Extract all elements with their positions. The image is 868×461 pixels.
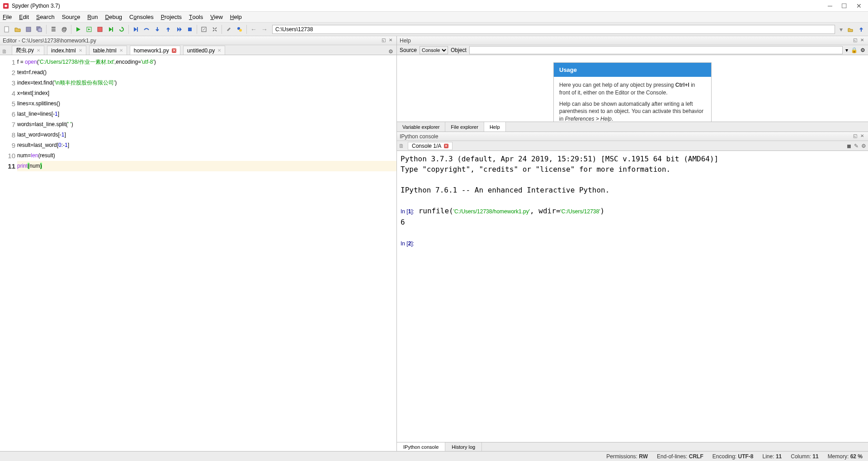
- code-line[interactable]: 3index=text.find('\n顺丰控股股份有限公司'): [0, 78, 396, 88]
- tab-history-log[interactable]: History log: [445, 442, 482, 451]
- close-icon[interactable]: ✕: [217, 48, 221, 53]
- code-line[interactable]: 8last_word=words[-1]: [0, 130, 396, 140]
- code-line[interactable]: 5lines=x.splitlines(): [0, 99, 396, 109]
- editor-tab[interactable]: untitled0.py✕: [183, 46, 225, 55]
- close-icon[interactable]: ✕: [444, 144, 448, 148]
- lock-icon[interactable]: 🔒: [851, 47, 858, 53]
- line-content: words=last_line.split(' '): [17, 119, 396, 130]
- menu-source[interactable]: Source: [62, 14, 80, 20]
- fullscreen-icon[interactable]: [210, 24, 220, 34]
- run-cell-advance-icon[interactable]: [95, 24, 105, 34]
- editor-tabbar: 🗎 爬虫.py✕index.html✕table.html✕homework1.…: [0, 45, 396, 55]
- editor-tab[interactable]: homework1.py✕: [130, 46, 180, 55]
- run-selection-icon[interactable]: [106, 24, 116, 34]
- new-file-icon[interactable]: [2, 24, 12, 34]
- dropdown-icon[interactable]: ▾: [845, 47, 848, 53]
- close-icon[interactable]: ✕: [37, 48, 40, 53]
- source-select[interactable]: Console: [420, 46, 448, 54]
- tab-help[interactable]: Help: [484, 122, 506, 132]
- menu-help[interactable]: Help: [230, 14, 242, 20]
- console-tab[interactable]: Console 1/A ✕: [408, 142, 453, 150]
- debug-icon[interactable]: [131, 24, 141, 34]
- rerun-icon[interactable]: [117, 24, 127, 34]
- menu-view[interactable]: View: [210, 14, 223, 20]
- close-icon[interactable]: ✕: [119, 48, 123, 53]
- separator: [71, 25, 71, 34]
- editor-tab-label: index.html: [51, 47, 76, 54]
- preferences-icon[interactable]: [224, 24, 234, 34]
- gear-icon[interactable]: ⚙: [861, 143, 866, 149]
- line-number: 7: [0, 119, 17, 130]
- editor-tab[interactable]: index.html✕: [47, 46, 86, 55]
- menu-search[interactable]: Search: [36, 14, 55, 20]
- pane-undock-icon[interactable]: ◱: [852, 133, 858, 140]
- code-line[interactable]: 10num=len(result): [0, 151, 396, 161]
- tab-ipython-console[interactable]: IPython console: [397, 442, 445, 451]
- menu-edit[interactable]: Edit: [19, 14, 29, 20]
- working-dir-input[interactable]: [272, 25, 835, 34]
- step-out-icon[interactable]: [163, 24, 173, 34]
- menu-debug[interactable]: Debug: [105, 14, 123, 20]
- tab-variable-explorer[interactable]: Variable explorer: [397, 122, 445, 132]
- code-line[interactable]: 4x=text[:index]: [0, 88, 396, 99]
- code-editor[interactable]: 1f = open('C:/Users/12738/作业一素材.txt',enc…: [0, 55, 396, 451]
- code-line[interactable]: 7words=last_line.split(' '): [0, 119, 396, 130]
- code-line[interactable]: 1f = open('C:/Users/12738/作业一素材.txt',enc…: [0, 57, 396, 67]
- line-number: 9: [0, 140, 17, 151]
- gear-icon[interactable]: ⚙: [388, 48, 395, 55]
- maximize-button[interactable]: ☐: [841, 2, 847, 9]
- maximize-pane-icon[interactable]: [199, 24, 209, 34]
- menu-file[interactable]: File: [3, 14, 12, 20]
- parent-dir-icon[interactable]: [856, 24, 866, 34]
- code-line[interactable]: 11print(num): [0, 161, 396, 171]
- outline-icon[interactable]: ☰: [48, 24, 58, 34]
- stop-kernel-icon[interactable]: ◼: [847, 143, 851, 149]
- svg-rect-2: [26, 27, 31, 32]
- editor-tab[interactable]: 爬虫.py✕: [12, 46, 44, 55]
- gear-icon[interactable]: ⚙: [860, 47, 865, 53]
- menu-tools[interactable]: Tools: [189, 14, 203, 20]
- help-toolbar: Source Console Object ▾ 🔒 ⚙: [397, 45, 868, 55]
- pane-close-icon[interactable]: ✕: [859, 133, 865, 140]
- editor-header-label: Editor - C:\Users\12738\homework1.py: [3, 38, 96, 44]
- pane-close-icon[interactable]: ✕: [387, 38, 394, 44]
- save-all-icon[interactable]: [34, 24, 44, 34]
- pane-undock-icon[interactable]: ◱: [852, 38, 858, 44]
- tab-file-explorer[interactable]: File explorer: [445, 122, 484, 132]
- status-memory: Memory: 62 %: [828, 453, 863, 460]
- close-button[interactable]: ✕: [856, 2, 862, 9]
- back-icon[interactable]: ←: [249, 26, 259, 33]
- run-cell-icon[interactable]: [84, 24, 94, 34]
- menu-consoles[interactable]: Consoles: [129, 14, 154, 20]
- browse-dir-icon[interactable]: [845, 24, 855, 34]
- step-into-icon[interactable]: [152, 24, 162, 34]
- documents-icon[interactable]: 🗎: [399, 143, 405, 149]
- save-icon[interactable]: [24, 24, 33, 34]
- python-path-icon[interactable]: [235, 24, 245, 34]
- code-line[interactable]: 6last_line=lines[-1]: [0, 109, 396, 119]
- pane-close-icon[interactable]: ✕: [859, 38, 865, 44]
- documents-icon[interactable]: 🗎: [2, 48, 8, 55]
- object-input[interactable]: [469, 46, 843, 54]
- code-line[interactable]: 9result=last_word[0:-1]: [0, 140, 396, 151]
- forward-icon[interactable]: →: [259, 26, 269, 33]
- editor-tab-label: 爬虫.py: [16, 47, 34, 54]
- menu-projects[interactable]: Projects: [161, 14, 182, 20]
- editor-tab[interactable]: table.html✕: [89, 46, 127, 55]
- close-icon[interactable]: ✕: [172, 48, 176, 53]
- path-dropdown-icon[interactable]: ▾: [838, 26, 844, 33]
- open-file-icon[interactable]: [13, 24, 23, 34]
- step-over-icon[interactable]: [142, 24, 151, 34]
- pane-undock-icon[interactable]: ◱: [380, 38, 387, 44]
- run-icon[interactable]: [73, 24, 83, 34]
- console-output[interactable]: Python 3.7.3 (default, Apr 24 2019, 15:2…: [397, 151, 868, 442]
- menu-run[interactable]: Run: [87, 14, 98, 20]
- continue-icon[interactable]: [174, 24, 184, 34]
- at-icon[interactable]: @: [59, 24, 69, 34]
- code-line[interactable]: 2text=f.read(): [0, 67, 396, 78]
- line-number: 5: [0, 99, 17, 109]
- minimize-button[interactable]: ─: [828, 2, 832, 9]
- close-icon[interactable]: ✕: [79, 48, 82, 53]
- interrupt-icon[interactable]: ✎: [854, 143, 859, 149]
- stop-debug-icon[interactable]: [185, 24, 195, 34]
